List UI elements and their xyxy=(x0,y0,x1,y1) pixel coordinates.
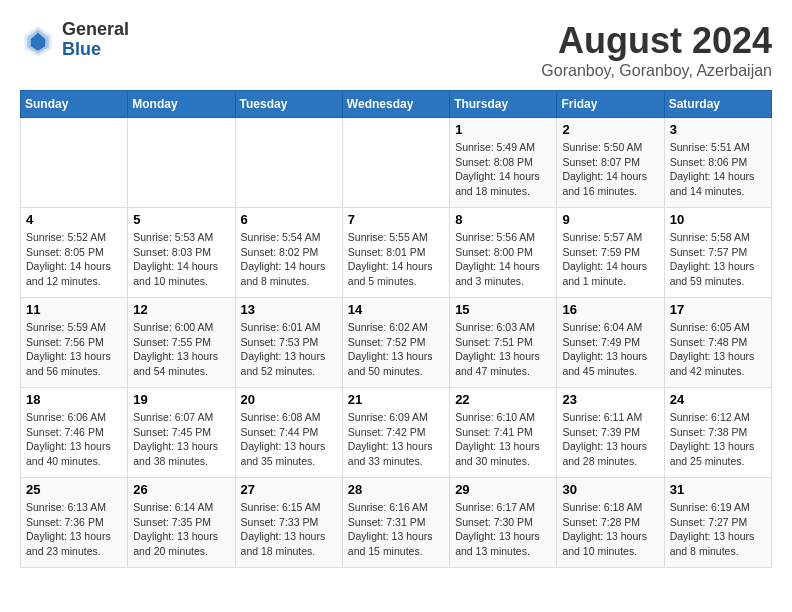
calendar-cell: 7Sunrise: 5:55 AM Sunset: 8:01 PM Daylig… xyxy=(342,208,449,298)
day-number: 5 xyxy=(133,212,229,227)
calendar-cell: 5Sunrise: 5:53 AM Sunset: 8:03 PM Daylig… xyxy=(128,208,235,298)
calendar-cell: 14Sunrise: 6:02 AM Sunset: 7:52 PM Dayli… xyxy=(342,298,449,388)
calendar-cell: 21Sunrise: 6:09 AM Sunset: 7:42 PM Dayli… xyxy=(342,388,449,478)
day-info: Sunrise: 6:04 AM Sunset: 7:49 PM Dayligh… xyxy=(562,320,658,379)
day-number: 15 xyxy=(455,302,551,317)
calendar-cell: 17Sunrise: 6:05 AM Sunset: 7:48 PM Dayli… xyxy=(664,298,771,388)
calendar-week-row: 4Sunrise: 5:52 AM Sunset: 8:05 PM Daylig… xyxy=(21,208,772,298)
day-info: Sunrise: 5:55 AM Sunset: 8:01 PM Dayligh… xyxy=(348,230,444,289)
day-info: Sunrise: 5:52 AM Sunset: 8:05 PM Dayligh… xyxy=(26,230,122,289)
calendar-cell: 4Sunrise: 5:52 AM Sunset: 8:05 PM Daylig… xyxy=(21,208,128,298)
calendar-cell xyxy=(128,118,235,208)
day-number: 24 xyxy=(670,392,766,407)
calendar-cell: 25Sunrise: 6:13 AM Sunset: 7:36 PM Dayli… xyxy=(21,478,128,568)
weekday-header-row: SundayMondayTuesdayWednesdayThursdayFrid… xyxy=(21,91,772,118)
day-number: 10 xyxy=(670,212,766,227)
day-number: 4 xyxy=(26,212,122,227)
title-block: August 2024 Goranboy, Goranboy, Azerbaij… xyxy=(541,20,772,80)
weekday-header-saturday: Saturday xyxy=(664,91,771,118)
calendar-cell: 11Sunrise: 5:59 AM Sunset: 7:56 PM Dayli… xyxy=(21,298,128,388)
day-number: 7 xyxy=(348,212,444,227)
day-number: 17 xyxy=(670,302,766,317)
day-number: 13 xyxy=(241,302,337,317)
calendar-week-row: 25Sunrise: 6:13 AM Sunset: 7:36 PM Dayli… xyxy=(21,478,772,568)
calendar-cell: 6Sunrise: 5:54 AM Sunset: 8:02 PM Daylig… xyxy=(235,208,342,298)
day-number: 30 xyxy=(562,482,658,497)
calendar-cell xyxy=(235,118,342,208)
day-info: Sunrise: 6:07 AM Sunset: 7:45 PM Dayligh… xyxy=(133,410,229,469)
weekday-header-monday: Monday xyxy=(128,91,235,118)
calendar-cell: 13Sunrise: 6:01 AM Sunset: 7:53 PM Dayli… xyxy=(235,298,342,388)
logo-text: General Blue xyxy=(62,20,129,60)
day-number: 27 xyxy=(241,482,337,497)
calendar-cell: 22Sunrise: 6:10 AM Sunset: 7:41 PM Dayli… xyxy=(450,388,557,478)
day-info: Sunrise: 6:13 AM Sunset: 7:36 PM Dayligh… xyxy=(26,500,122,559)
calendar-cell: 30Sunrise: 6:18 AM Sunset: 7:28 PM Dayli… xyxy=(557,478,664,568)
day-info: Sunrise: 6:08 AM Sunset: 7:44 PM Dayligh… xyxy=(241,410,337,469)
day-info: Sunrise: 6:18 AM Sunset: 7:28 PM Dayligh… xyxy=(562,500,658,559)
day-info: Sunrise: 5:49 AM Sunset: 8:08 PM Dayligh… xyxy=(455,140,551,199)
day-info: Sunrise: 6:16 AM Sunset: 7:31 PM Dayligh… xyxy=(348,500,444,559)
day-number: 23 xyxy=(562,392,658,407)
day-number: 25 xyxy=(26,482,122,497)
day-number: 3 xyxy=(670,122,766,137)
day-info: Sunrise: 6:19 AM Sunset: 7:27 PM Dayligh… xyxy=(670,500,766,559)
day-number: 29 xyxy=(455,482,551,497)
day-info: Sunrise: 6:12 AM Sunset: 7:38 PM Dayligh… xyxy=(670,410,766,469)
calendar-week-row: 11Sunrise: 5:59 AM Sunset: 7:56 PM Dayli… xyxy=(21,298,772,388)
calendar-cell: 31Sunrise: 6:19 AM Sunset: 7:27 PM Dayli… xyxy=(664,478,771,568)
day-number: 8 xyxy=(455,212,551,227)
day-info: Sunrise: 5:51 AM Sunset: 8:06 PM Dayligh… xyxy=(670,140,766,199)
calendar-cell: 19Sunrise: 6:07 AM Sunset: 7:45 PM Dayli… xyxy=(128,388,235,478)
day-info: Sunrise: 5:58 AM Sunset: 7:57 PM Dayligh… xyxy=(670,230,766,289)
calendar-cell: 29Sunrise: 6:17 AM Sunset: 7:30 PM Dayli… xyxy=(450,478,557,568)
day-number: 1 xyxy=(455,122,551,137)
calendar-cell xyxy=(21,118,128,208)
day-info: Sunrise: 6:01 AM Sunset: 7:53 PM Dayligh… xyxy=(241,320,337,379)
day-info: Sunrise: 5:50 AM Sunset: 8:07 PM Dayligh… xyxy=(562,140,658,199)
calendar-cell xyxy=(342,118,449,208)
calendar-cell: 2Sunrise: 5:50 AM Sunset: 8:07 PM Daylig… xyxy=(557,118,664,208)
day-number: 9 xyxy=(562,212,658,227)
day-number: 28 xyxy=(348,482,444,497)
calendar-cell: 15Sunrise: 6:03 AM Sunset: 7:51 PM Dayli… xyxy=(450,298,557,388)
weekday-header-tuesday: Tuesday xyxy=(235,91,342,118)
day-info: Sunrise: 6:10 AM Sunset: 7:41 PM Dayligh… xyxy=(455,410,551,469)
day-number: 14 xyxy=(348,302,444,317)
weekday-header-friday: Friday xyxy=(557,91,664,118)
calendar-table: SundayMondayTuesdayWednesdayThursdayFrid… xyxy=(20,90,772,568)
day-info: Sunrise: 6:15 AM Sunset: 7:33 PM Dayligh… xyxy=(241,500,337,559)
day-number: 16 xyxy=(562,302,658,317)
calendar-cell: 28Sunrise: 6:16 AM Sunset: 7:31 PM Dayli… xyxy=(342,478,449,568)
calendar-cell: 12Sunrise: 6:00 AM Sunset: 7:55 PM Dayli… xyxy=(128,298,235,388)
month-year: August 2024 xyxy=(541,20,772,62)
day-info: Sunrise: 5:53 AM Sunset: 8:03 PM Dayligh… xyxy=(133,230,229,289)
day-number: 20 xyxy=(241,392,337,407)
calendar-cell: 3Sunrise: 5:51 AM Sunset: 8:06 PM Daylig… xyxy=(664,118,771,208)
calendar-cell: 26Sunrise: 6:14 AM Sunset: 7:35 PM Dayli… xyxy=(128,478,235,568)
day-number: 18 xyxy=(26,392,122,407)
calendar-cell: 10Sunrise: 5:58 AM Sunset: 7:57 PM Dayli… xyxy=(664,208,771,298)
day-number: 21 xyxy=(348,392,444,407)
calendar-week-row: 1Sunrise: 5:49 AM Sunset: 8:08 PM Daylig… xyxy=(21,118,772,208)
day-info: Sunrise: 5:54 AM Sunset: 8:02 PM Dayligh… xyxy=(241,230,337,289)
calendar-cell: 8Sunrise: 5:56 AM Sunset: 8:00 PM Daylig… xyxy=(450,208,557,298)
page-header: General Blue August 2024 Goranboy, Goran… xyxy=(20,20,772,80)
calendar-cell: 9Sunrise: 5:57 AM Sunset: 7:59 PM Daylig… xyxy=(557,208,664,298)
day-info: Sunrise: 5:57 AM Sunset: 7:59 PM Dayligh… xyxy=(562,230,658,289)
day-number: 19 xyxy=(133,392,229,407)
calendar-cell: 20Sunrise: 6:08 AM Sunset: 7:44 PM Dayli… xyxy=(235,388,342,478)
day-info: Sunrise: 6:05 AM Sunset: 7:48 PM Dayligh… xyxy=(670,320,766,379)
day-number: 31 xyxy=(670,482,766,497)
day-info: Sunrise: 6:02 AM Sunset: 7:52 PM Dayligh… xyxy=(348,320,444,379)
day-info: Sunrise: 6:09 AM Sunset: 7:42 PM Dayligh… xyxy=(348,410,444,469)
calendar-cell: 18Sunrise: 6:06 AM Sunset: 7:46 PM Dayli… xyxy=(21,388,128,478)
calendar-cell: 1Sunrise: 5:49 AM Sunset: 8:08 PM Daylig… xyxy=(450,118,557,208)
calendar-cell: 16Sunrise: 6:04 AM Sunset: 7:49 PM Dayli… xyxy=(557,298,664,388)
location: Goranboy, Goranboy, Azerbaijan xyxy=(541,62,772,80)
weekday-header-sunday: Sunday xyxy=(21,91,128,118)
day-info: Sunrise: 5:59 AM Sunset: 7:56 PM Dayligh… xyxy=(26,320,122,379)
day-number: 26 xyxy=(133,482,229,497)
day-info: Sunrise: 6:14 AM Sunset: 7:35 PM Dayligh… xyxy=(133,500,229,559)
calendar-cell: 27Sunrise: 6:15 AM Sunset: 7:33 PM Dayli… xyxy=(235,478,342,568)
